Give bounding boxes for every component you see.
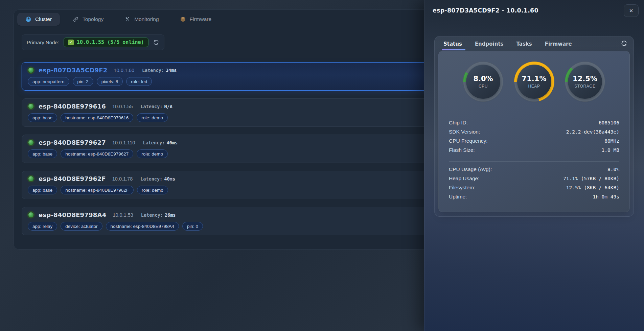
tab-cluster[interactable]: Cluster — [17, 13, 60, 26]
status-dot-online-icon — [28, 104, 33, 109]
device-ip: 10.0.1.78 — [112, 176, 133, 182]
device-badge: app: base — [28, 113, 57, 122]
detail-value: 8.0% — [607, 167, 619, 172]
refresh-icon[interactable] — [153, 39, 159, 46]
package-icon — [180, 16, 186, 22]
divider — [449, 161, 619, 162]
device-badge: role: demo — [137, 186, 168, 194]
latency-value: 26ms — [165, 212, 176, 218]
status-dot-online-icon — [28, 68, 33, 73]
primary-node-status-badge: ✓ 10.0.1.55 (5/5 online) — [64, 38, 148, 47]
detail-value: 6085106 — [599, 120, 619, 125]
device-name: esp-840D8E9798A4 — [39, 211, 106, 218]
detail-label: Uptime: — [449, 194, 467, 200]
device-ip: 10.0.1.55 — [112, 104, 133, 109]
gauges-row: 8.0% CPU 71.1% HEAP 12.5% STORAGE — [449, 62, 619, 102]
tab-topology[interactable]: Topology — [65, 13, 112, 26]
status-dot-online-icon — [28, 212, 33, 217]
tab-label: Firmware — [190, 16, 212, 22]
device-badge: role: led — [126, 77, 152, 86]
detail-label: CPU Usage (Avg): — [449, 166, 492, 172]
panel-tab-endpoints[interactable]: Endpoints — [475, 37, 504, 51]
detail-value: 1.0 MB — [602, 147, 619, 153]
detail-row: SDK Version: 2.2.2-dev(38a443e) — [449, 129, 619, 138]
tab-label: Topology — [83, 16, 104, 22]
gauge-face: 8.0% CPU — [466, 65, 500, 99]
refresh-icon[interactable] — [621, 40, 627, 48]
gauge-value: 12.5% — [573, 75, 597, 83]
detail-row: Uptime: 1h 0m 49s — [449, 194, 619, 203]
latency-label: Latency: — [141, 212, 163, 218]
device-badge: hostname: esp-840D8E9798A4 — [106, 222, 179, 231]
device-ip: 10.0.1.53 — [113, 212, 133, 218]
gauge-cpu: 8.0% CPU — [463, 62, 503, 102]
tab-firmware[interactable]: Firmware — [172, 13, 220, 26]
latency-value: 34ms — [166, 68, 177, 73]
device-name: esp-840D8E97962F — [39, 175, 106, 182]
check-icon: ✓ — [68, 40, 74, 45]
globe-icon — [25, 16, 31, 22]
detail-value: 71.1% (57KB / 80KB) — [563, 176, 619, 181]
device-badge: app: relay — [28, 222, 57, 231]
panel-tabbar: StatusEndpointsTasksFirmware — [435, 37, 634, 51]
panel-tab-status[interactable]: Status — [443, 37, 462, 51]
primary-node-label: Primary Node: — [27, 40, 59, 45]
device-badge: hostname: esp-840D8E97962F — [61, 186, 134, 194]
panel-tab-firmware[interactable]: Firmware — [545, 37, 572, 51]
device-name: esp-807D3A5CD9F2 — [39, 67, 107, 74]
satellite-icon — [124, 16, 131, 22]
detail-label: SDK Version: — [449, 129, 480, 135]
gauge-face: 12.5% STORAGE — [568, 65, 602, 99]
device-badge: pin: 2 — [73, 77, 93, 86]
divider — [449, 112, 619, 112]
device-badge: role: demo — [137, 149, 168, 158]
gauge-label: HEAP — [528, 84, 540, 89]
gauge-label: STORAGE — [574, 84, 596, 89]
device-badge: pin: 0 — [182, 222, 203, 231]
close-button[interactable]: ✕ — [624, 4, 639, 17]
gauge-heap: 71.1% HEAP — [514, 62, 554, 102]
gauge-storage: 12.5% STORAGE — [565, 62, 605, 102]
gauge-face: 71.1% HEAP — [517, 65, 551, 99]
gauge-label: CPU — [479, 84, 488, 89]
primary-node-box: Primary Node: ✓ 10.0.1.55 (5/5 online) — [22, 34, 164, 50]
device-usage-list: CPU Usage (Avg): 8.0%Heap Usage: 71.1% (… — [449, 166, 619, 203]
detail-row: CPU Usage (Avg): 8.0% — [449, 166, 619, 175]
latency-label: Latency: — [140, 176, 162, 182]
device-badge: hostname: esp-840D8E979616 — [61, 113, 133, 122]
detail-row: Filesystem: 12.5% (8KB / 64KB) — [449, 185, 619, 194]
detail-row: Heap Usage: 71.1% (57KB / 80KB) — [449, 175, 619, 185]
detail-row: CPU Frequency: 80MHz — [449, 138, 619, 147]
latency-value: 40ms — [166, 140, 178, 145]
device-badge: pixels: 8 — [97, 77, 123, 86]
device-latency: Latency:26ms — [141, 212, 176, 218]
tab-label: Cluster — [35, 16, 52, 22]
device-badge: device: actuator — [61, 222, 102, 231]
latency-value: 40ms — [164, 176, 175, 182]
detail-value: 12.5% (8KB / 64KB) — [566, 185, 619, 190]
latency-value: N/A — [164, 104, 172, 109]
device-badge: hostname: esp-840D8E979627 — [61, 149, 133, 158]
primary-node-status-text: 10.0.1.55 (5/5 online) — [77, 39, 144, 45]
status-tab-content: 8.0% CPU 71.1% HEAP 12.5% STORAGE Chip I… — [438, 51, 630, 212]
panel-header: esp-807D3A5CD9F2 - 10.0.1.60 ✕ — [424, 0, 644, 20]
latency-label: Latency: — [140, 104, 162, 109]
panel-tab-tasks[interactable]: Tasks — [516, 37, 532, 51]
link-icon — [73, 16, 79, 22]
detail-row: Flash Size: 1.0 MB — [449, 147, 619, 156]
device-latency: Latency:40ms — [143, 140, 178, 145]
device-latency: Latency:40ms — [140, 176, 175, 182]
close-icon: ✕ — [629, 8, 634, 14]
detail-label: Chip ID: — [449, 120, 468, 126]
panel-title: esp-807D3A5CD9F2 - 10.0.1.60 — [433, 7, 538, 14]
detail-value: 1h 0m 49s — [593, 194, 619, 199]
main-nav-tabs: ClusterTopologyMonitoringFirmware — [17, 13, 224, 26]
device-badge: app: neopattern — [28, 77, 69, 86]
app-root: ClusterTopologyMonitoringFirmware Primar… — [0, 0, 644, 331]
tab-monitoring[interactable]: Monitoring — [116, 13, 167, 26]
device-ip: 10.0.1.110 — [112, 140, 135, 145]
device-badge: role: demo — [137, 113, 168, 122]
detail-value: 2.2.2-dev(38a443e) — [566, 129, 619, 135]
detail-value: 80MHz — [604, 138, 619, 144]
device-detail-panel: esp-807D3A5CD9F2 - 10.0.1.60 ✕ StatusEnd… — [424, 0, 644, 331]
